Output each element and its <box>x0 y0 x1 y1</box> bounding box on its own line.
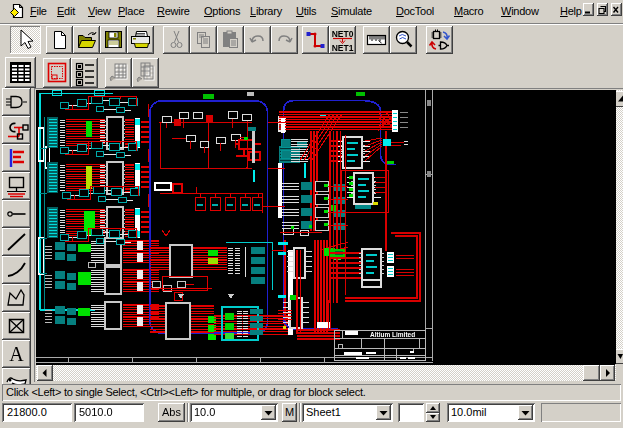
svg-text:Altium Limited: Altium Limited <box>370 331 415 338</box>
svg-text:NET1: NET1 <box>332 43 354 53</box>
svg-text:NET0: NET0 <box>332 29 354 39</box>
svg-text:A: A <box>9 343 24 365</box>
